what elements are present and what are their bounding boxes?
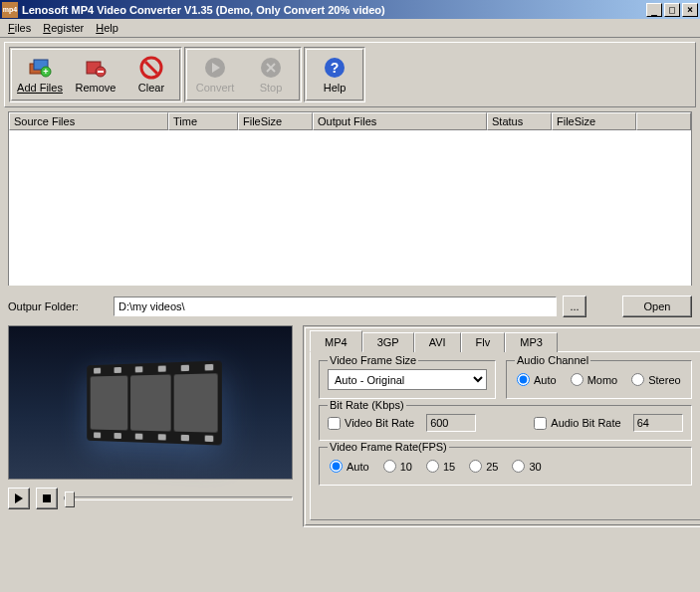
file-list[interactable]: Source Files Time FileSize Output Files … [8,111,692,286]
menubar: Files Register Help [0,19,700,38]
svg-text:+: + [43,67,48,77]
help-icon: ? [323,56,347,80]
open-button[interactable]: Open [622,296,692,317]
stop-label: Stop [260,82,283,94]
tab-3gp[interactable]: 3GP [362,332,414,352]
stop-button: Stop [243,50,299,99]
stop-icon [259,56,283,80]
tab-mp4[interactable]: MP4 [310,330,362,352]
radio-fps-10[interactable]: 10 [383,460,412,473]
list-header: Source Files Time FileSize Output Files … [9,112,691,130]
radio-fps-15[interactable]: 15 [426,460,455,473]
convert-label: Convert [196,82,235,94]
add-files-icon: + [28,56,52,80]
radio-fps-30[interactable]: 30 [512,460,541,473]
col-time[interactable]: Time [168,112,238,130]
list-body[interactable] [9,130,691,286]
menu-register[interactable]: Register [37,20,90,36]
help-button[interactable]: ? Help [307,50,362,99]
frame-size-select[interactable]: Auto - Original [328,369,487,390]
convert-button: Convert [187,50,243,99]
window-title: Lenosoft MP4 Video Converter V1.35 (Demo… [22,4,646,16]
svg-rect-6 [98,71,104,73]
audio-channel-group: Audio Channel Auto Momo Stereo [506,360,692,399]
output-folder-input[interactable] [114,296,557,316]
app-icon: mp4 [2,2,18,18]
remove-icon [84,56,108,80]
tab-flv[interactable]: Flv [461,332,506,352]
col-spacer [636,112,691,130]
video-bitrate-checkbox[interactable]: Video Bit Rate [328,417,414,430]
close-button[interactable]: × [682,3,698,17]
add-files-label: Add Files [17,82,63,94]
film-strip-icon [87,360,222,445]
svg-text:?: ? [331,60,340,76]
tab-avi[interactable]: AVI [414,332,461,352]
settings-panel: MP4 3GP AVI Flv MP3 Video Frame Size Aut… [303,325,700,527]
seek-thumb[interactable] [65,492,75,507]
menu-help[interactable]: Help [90,20,124,36]
stop-playback-button[interactable] [36,488,58,509]
video-frame-size-label: Video Frame Size [328,354,418,366]
preview-image [8,325,293,480]
browse-button[interactable]: ... [563,296,586,317]
tab-content: Video Frame Size Auto - Original Audio C… [310,351,700,520]
col-outputfiles[interactable]: Output Files [313,112,487,130]
remove-button[interactable]: Remove [68,50,123,99]
radio-stereo[interactable]: Stereo [631,373,680,386]
audio-channel-label: Audio Channel [515,354,590,366]
col-status[interactable]: Status [487,112,552,130]
output-folder-row: Outpur Folder: ... Open [8,296,692,317]
tab-mp3[interactable]: MP3 [505,332,558,352]
format-tabs: MP4 3GP AVI Flv MP3 [310,332,700,352]
titlebar: mp4 Lenosoft MP4 Video Converter V1.35 (… [0,0,700,19]
bitrate-group: Bit Rate (Kbps) Video Bit Rate Audio Bit… [319,405,692,441]
toolbar: + Add Files Remove Clear Convert Stop ? … [4,42,696,107]
svg-marker-16 [15,493,23,503]
radio-fps-auto[interactable]: Auto [330,460,369,473]
audio-bitrate-checkbox[interactable]: Audio Bit Rate [534,417,620,430]
audio-bitrate-input[interactable] [633,414,683,432]
radio-auto-channel[interactable]: Auto [517,373,557,386]
svg-rect-17 [43,494,51,502]
player-controls [8,488,293,509]
menu-files[interactable]: Files [2,20,37,36]
clear-icon [139,56,163,80]
video-frame-size-group: Video Frame Size Auto - Original [319,360,496,399]
radio-fps-25[interactable]: 25 [469,460,498,473]
remove-label: Remove [76,82,117,94]
maximize-button[interactable]: □ [664,3,680,17]
bitrate-label: Bit Rate (Kbps) [328,399,406,411]
output-folder-label: Outpur Folder: [8,300,108,312]
minimize-button[interactable]: _ [646,3,662,17]
preview-panel [8,325,293,527]
col-filesize2[interactable]: FileSize [552,112,636,130]
clear-label: Clear [138,82,164,94]
framerate-group: Video Frame Rate(FPS) Auto 10 15 25 30 [319,447,692,486]
radio-mono[interactable]: Momo [571,373,618,386]
play-button[interactable] [8,488,30,509]
convert-icon [203,56,227,80]
col-sourcefiles[interactable]: Source Files [9,112,168,130]
svg-line-8 [145,62,157,74]
col-filesize[interactable]: FileSize [238,112,313,130]
seek-slider[interactable] [64,496,293,500]
add-files-button[interactable]: + Add Files [12,50,68,99]
help-label: Help [324,82,347,94]
video-bitrate-input[interactable] [426,414,476,432]
clear-button[interactable]: Clear [123,50,179,99]
framerate-label: Video Frame Rate(FPS) [328,441,449,453]
